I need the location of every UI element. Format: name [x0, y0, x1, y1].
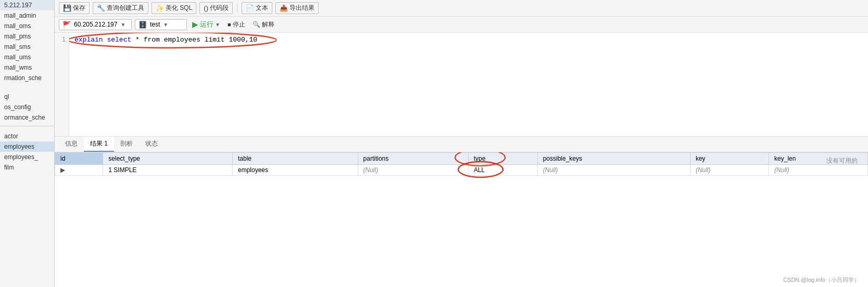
cell-key: (Null) [690, 165, 769, 176]
col-header-select-type[interactable]: select_type [103, 153, 233, 165]
export-icon: 📤 [280, 4, 288, 12]
cell-possible-keys: (Null) [537, 165, 690, 176]
cell-key-len: (Null) [769, 165, 868, 176]
beautify-sql-button[interactable]: ✨ 美化 SQL [152, 2, 196, 14]
sql-body: * from employees limit 1000,10 [135, 36, 257, 44]
table-header-row: id select_type table partitions type pos… [55, 153, 868, 165]
sidebar-item-os-config[interactable]: os_config [0, 102, 54, 112]
code-segment-button[interactable]: () 代码段 [199, 2, 233, 14]
explain-button[interactable]: 🔍 解释 [250, 19, 276, 30]
database-icon: 🗄️ [139, 21, 147, 29]
database-selector[interactable]: 🗄️ test ▼ [135, 19, 187, 30]
text-button[interactable]: 📄 文本 [242, 2, 272, 14]
cell-type: ALL [468, 165, 537, 176]
col-header-key[interactable]: key [690, 153, 769, 165]
query-tool-icon: 🔧 [97, 4, 105, 12]
stop-icon: ■ [228, 21, 231, 28]
col-header-possible-keys[interactable]: possible_keys [537, 153, 690, 165]
cell-partitions: (Null) [358, 165, 468, 176]
export-button[interactable]: 📤 导出结果 [275, 2, 319, 14]
no-data-hint: 没有可用的 [826, 156, 858, 165]
sidebar-item-sql[interactable]: ql [0, 92, 54, 102]
col-header-type[interactable]: type [468, 153, 537, 165]
save-button[interactable]: 💾 保存 [59, 2, 90, 14]
col-header-partitions[interactable]: partitions [358, 153, 468, 165]
sidebar-item-employees-2[interactable]: employees_ [0, 152, 54, 162]
sql-editor[interactable]: 1 explain select * from employees limit … [55, 33, 868, 137]
sidebar-item-information-schema[interactable]: rmation_sche [0, 73, 54, 83]
cell-table: employees [233, 165, 358, 176]
cell-select-type: 1 SIMPLE [103, 165, 233, 176]
sidebar-item-mall-admin[interactable]: mall_admin [0, 10, 54, 21]
sidebar-item-mall-oms[interactable]: mall_oms [0, 21, 54, 31]
tab-result1[interactable]: 结果 1 [84, 137, 114, 152]
result-tabs: 信息 结果 1 剖析 状态 [55, 137, 868, 152]
tab-status[interactable]: 状态 [139, 137, 164, 152]
col-header-id[interactable]: id [55, 153, 103, 165]
stop-button[interactable]: ■ 停止 [225, 19, 247, 30]
tab-profile[interactable]: 剖析 [114, 137, 139, 152]
sidebar-item-ip[interactable]: 5.212.197 [0, 0, 54, 10]
sidebar-item-performance-schema[interactable]: ormance_sche [0, 112, 54, 123]
sidebar-item-mall-sms[interactable]: mall_sms [0, 42, 54, 52]
toolbar: 💾 保存 🔧 查询创建工具 ✨ 美化 SQL () 代码段 📄 文本 📤 导出结… [55, 0, 868, 17]
query-tool-button[interactable]: 🔧 查询创建工具 [93, 2, 148, 14]
text-icon: 📄 [246, 4, 254, 12]
run-dropdown-arrow: ▼ [215, 22, 220, 28]
connection-bar: 🚩 60.205.212.197 ▼ 🗄️ test ▼ ▶ 运行 ▼ ■ 停止… [55, 17, 868, 33]
toolbar-divider-1 [237, 4, 237, 13]
tab-info[interactable]: 信息 [59, 137, 84, 152]
sidebar-item-film[interactable]: film [0, 162, 54, 173]
cell-arrow: ▶ [55, 165, 103, 176]
sql-select-keyword: select [107, 36, 131, 44]
connection-dropdown-arrow: ▼ [120, 22, 125, 28]
sidebar-item-mall-ums[interactable]: mall_ums [0, 52, 54, 62]
sidebar-item-mall-pms[interactable]: mall_pms [0, 31, 54, 42]
connection-selector[interactable]: 🚩 60.205.212.197 ▼ [59, 19, 132, 30]
database-dropdown-arrow: ▼ [163, 22, 168, 28]
sidebar: 5.212.197 mall_admin mall_oms mall_pms m… [0, 0, 55, 287]
main-panel: 💾 保存 🔧 查询创建工具 ✨ 美化 SQL () 代码段 📄 文本 📤 导出结… [55, 0, 868, 287]
result-panel: 信息 结果 1 剖析 状态 没有可用的 id select_type table… [55, 137, 868, 287]
result-content[interactable]: 没有可用的 id select_type table partitions ty… [55, 152, 868, 287]
sidebar-item-employees[interactable]: employees [0, 141, 54, 152]
sql-content[interactable]: explain select * from employees limit 10… [69, 33, 868, 136]
beautify-icon: ✨ [156, 4, 164, 12]
type-all-value: ALL [474, 166, 485, 174]
result-table: id select_type table partitions type pos… [55, 152, 868, 176]
sidebar-item-actor[interactable]: actor [0, 131, 54, 141]
code-segment-icon: () [204, 4, 208, 12]
connection-flag-icon: 🚩 [62, 21, 71, 29]
save-icon: 💾 [63, 4, 71, 12]
explain-icon: 🔍 [253, 21, 260, 28]
line-numbers: 1 [55, 33, 69, 136]
sql-explain-keyword: explain [74, 36, 103, 44]
table-row: ▶ 1 SIMPLE employees (Null) ALL (Null) [55, 165, 868, 176]
sidebar-item-mall-wms[interactable]: mall_wms [0, 62, 54, 73]
run-icon: ▶ [192, 20, 198, 29]
col-header-table[interactable]: table [233, 153, 358, 165]
run-button[interactable]: ▶ 运行 ▼ [190, 19, 222, 30]
watermark: CSDN @log.info（小吕同学） [783, 276, 860, 284]
